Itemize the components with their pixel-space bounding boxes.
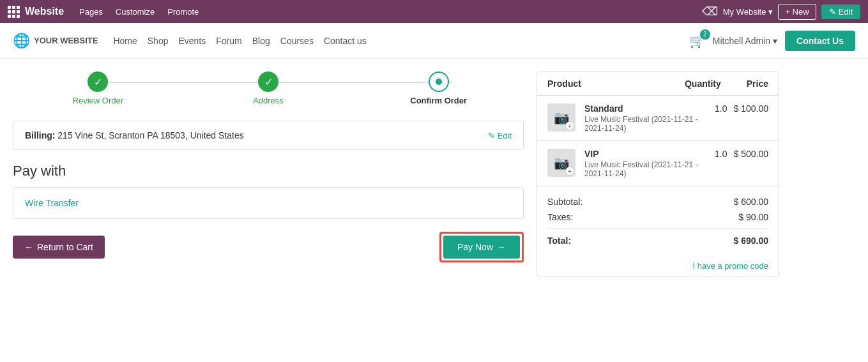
billing-edit-label: Edit bbox=[498, 131, 512, 140]
edit-pencil-icon: ✎ bbox=[488, 131, 495, 140]
step-review-order: ✓ Review Order bbox=[13, 72, 183, 105]
new-button[interactable]: + New bbox=[778, 4, 816, 20]
step-label-address: Address bbox=[253, 96, 284, 105]
product-info-standard: Standard Live Music Festival (2021-11-21… bbox=[584, 103, 708, 133]
product-desc-vip: Live Music Festival (2021-11-21 - 2021-1… bbox=[584, 160, 708, 178]
stepper: ✓ Review Order ✓ Address Confirm Order bbox=[13, 72, 524, 105]
right-panel: Product Quantity Price 📷 + Standard Live… bbox=[537, 72, 779, 276]
billing-address-text: 215 Vine St, Scranton PA 18503, United S… bbox=[57, 130, 243, 140]
total-label: Total: bbox=[547, 236, 571, 246]
grid-icon bbox=[8, 6, 20, 18]
main-content: ✓ Review Order ✓ Address Confirm Order B… bbox=[0, 59, 868, 289]
pay-now-wrapper: Pay Now → bbox=[439, 232, 524, 262]
contact-us-button[interactable]: Contact Us bbox=[785, 31, 855, 51]
admin-nav: Pages Customize Promote bbox=[74, 6, 204, 17]
pay-now-label: Pay Now bbox=[457, 242, 493, 252]
product-desc-standard: Live Music Festival (2021-11-21 - 2021-1… bbox=[584, 115, 708, 133]
order-item-standard: 📷 + Standard Live Music Festival (2021-1… bbox=[537, 96, 779, 141]
taxes-label: Taxes: bbox=[547, 212, 573, 222]
product-thumb-vip: 📷 + bbox=[547, 149, 575, 177]
pencil-icon: ✎ bbox=[829, 7, 836, 17]
admin-bar-right: ⌫ My Website ▾ + New ✎ Edit bbox=[702, 4, 860, 20]
arrow-right-icon: → bbox=[497, 242, 506, 252]
chevron-down-icon: ▾ bbox=[768, 7, 773, 17]
step-circle-confirm bbox=[429, 72, 449, 92]
nav-forum[interactable]: Forum bbox=[216, 36, 241, 46]
pay-with-title: Pay with bbox=[13, 163, 524, 179]
mobile-icon: ⌫ bbox=[702, 4, 718, 19]
header-product: Product bbox=[547, 79, 659, 89]
wire-transfer-option[interactable]: Wire Transfer bbox=[25, 198, 79, 208]
admin-bar-logo: Website bbox=[8, 6, 64, 18]
action-buttons: ← Return to Cart Pay Now → bbox=[13, 232, 524, 262]
item-qty-vip: 1.0 bbox=[715, 149, 727, 159]
step-label-confirm: Confirm Order bbox=[410, 96, 467, 105]
total-row: Total: $ 690.00 bbox=[547, 229, 768, 248]
wire-transfer-label: Wire Transfer bbox=[25, 198, 79, 208]
taxes-row: Taxes: $ 90.00 bbox=[547, 209, 768, 225]
site-nav-links: Home Shop Events Forum Blog Courses Cont… bbox=[113, 36, 689, 46]
product-name-vip: VIP bbox=[584, 149, 708, 159]
return-to-cart-button[interactable]: ← Return to Cart bbox=[13, 236, 105, 259]
step-label-review: Review Order bbox=[73, 96, 123, 105]
thumb-plus-icon: + bbox=[565, 167, 574, 176]
subtotal-label: Subtotal: bbox=[547, 197, 582, 207]
header-price: Price bbox=[747, 79, 768, 89]
step-address: ✓ Address bbox=[183, 72, 354, 105]
admin-nav-promote[interactable]: Promote bbox=[162, 7, 204, 17]
site-logo-text: YOUR WEBSITE bbox=[34, 36, 98, 45]
my-website-label: My Website bbox=[723, 7, 766, 17]
step-confirm-order: Confirm Order bbox=[353, 72, 524, 105]
item-price-standard: $ 100.00 bbox=[734, 103, 769, 114]
my-website-button[interactable]: My Website ▾ bbox=[723, 7, 773, 17]
admin-logo-text: Website bbox=[25, 6, 64, 17]
edit-label: Edit bbox=[839, 7, 853, 17]
edit-button[interactable]: ✎ Edit bbox=[821, 4, 860, 19]
step-circle-review: ✓ bbox=[88, 72, 108, 92]
nav-blog[interactable]: Blog bbox=[252, 36, 270, 46]
nav-events[interactable]: Events bbox=[178, 36, 206, 46]
item-price-vip: $ 500.00 bbox=[734, 149, 769, 159]
order-totals: Subtotal: $ 600.00 Taxes: $ 90.00 Total:… bbox=[537, 186, 779, 256]
thumb-plus-icon: + bbox=[565, 121, 574, 130]
billing-label: Billing: bbox=[25, 130, 55, 140]
billing-address: Billing: 215 Vine St, Scranton PA 18503,… bbox=[25, 130, 244, 140]
admin-nav-customize[interactable]: Customize bbox=[110, 7, 160, 17]
billing-box: Billing: 215 Vine St, Scranton PA 18503,… bbox=[13, 121, 524, 150]
left-panel: ✓ Review Order ✓ Address Confirm Order B… bbox=[13, 72, 524, 276]
nav-contact-us[interactable]: Contact us bbox=[324, 36, 367, 46]
globe-icon: 🌐 bbox=[13, 33, 30, 49]
return-cart-label: Return to Cart bbox=[37, 242, 93, 252]
nav-shop[interactable]: Shop bbox=[148, 36, 169, 46]
order-item-vip: 📷 + VIP Live Music Festival (2021-11-21 … bbox=[537, 141, 779, 186]
nav-courses[interactable]: Courses bbox=[280, 36, 314, 46]
cart-button[interactable]: 🛒 2 bbox=[689, 33, 705, 49]
item-qty-standard: 1.0 bbox=[715, 103, 727, 114]
user-menu-button[interactable]: Mitchell Admin ▾ bbox=[713, 36, 777, 46]
admin-bar: Website Pages Customize Promote ⌫ My Web… bbox=[0, 0, 868, 23]
product-name-standard: Standard bbox=[584, 103, 708, 114]
promo-code-link[interactable]: I have a promo code bbox=[537, 256, 779, 276]
nav-home[interactable]: Home bbox=[113, 36, 137, 46]
site-nav: 🌐 YOUR WEBSITE Home Shop Events Forum Bl… bbox=[0, 23, 868, 59]
pay-now-button[interactable]: Pay Now → bbox=[443, 236, 520, 259]
subtotal-row: Subtotal: $ 600.00 bbox=[547, 194, 768, 209]
product-info-vip: VIP Live Music Festival (2021-11-21 - 20… bbox=[584, 149, 708, 178]
subtotal-value: $ 600.00 bbox=[734, 197, 769, 207]
payment-option-box: Wire Transfer bbox=[13, 187, 524, 219]
billing-edit-link[interactable]: ✎ Edit bbox=[488, 131, 512, 140]
site-logo: 🌐 YOUR WEBSITE bbox=[13, 33, 98, 49]
taxes-value: $ 90.00 bbox=[738, 212, 768, 222]
order-header: Product Quantity Price bbox=[537, 72, 779, 96]
chevron-down-icon: ▾ bbox=[773, 36, 777, 46]
product-thumb-standard: 📷 + bbox=[547, 103, 575, 132]
arrow-left-icon: ← bbox=[24, 242, 33, 252]
new-label: + New bbox=[785, 7, 809, 17]
admin-bar-left: Website Pages Customize Promote bbox=[8, 6, 692, 18]
cart-badge: 2 bbox=[700, 29, 710, 40]
total-value: $ 690.00 bbox=[734, 236, 769, 246]
admin-nav-pages[interactable]: Pages bbox=[74, 7, 108, 17]
step-circle-address: ✓ bbox=[258, 72, 278, 92]
contact-us-label: Contact Us bbox=[796, 36, 844, 46]
user-label: Mitchell Admin bbox=[713, 36, 770, 46]
